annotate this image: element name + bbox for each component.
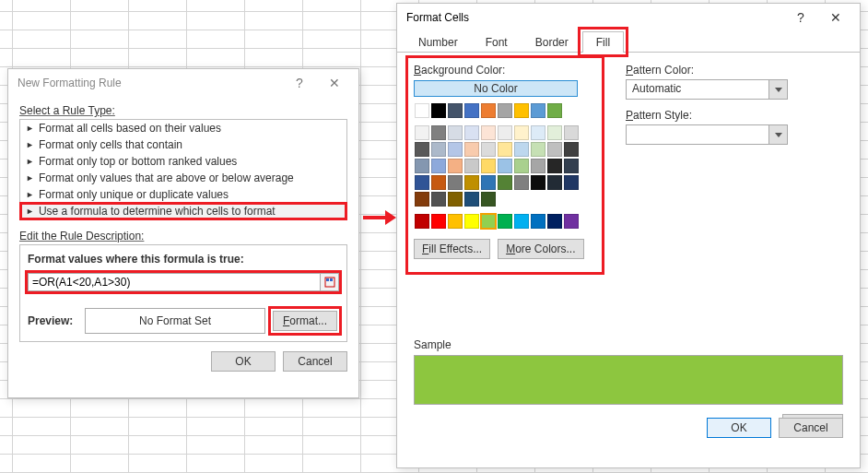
color-swatch[interactable] bbox=[531, 214, 545, 229]
color-swatch[interactable] bbox=[415, 103, 429, 118]
color-swatch[interactable] bbox=[464, 175, 479, 190]
cancel-button[interactable]: Cancel bbox=[779, 418, 843, 438]
bullet-icon: ► bbox=[26, 207, 34, 216]
color-swatch[interactable] bbox=[531, 125, 545, 140]
color-swatch[interactable] bbox=[547, 214, 562, 229]
rule-type-item[interactable]: ►Format only top or bottom ranked values bbox=[20, 153, 346, 170]
color-swatch[interactable] bbox=[531, 103, 545, 118]
tab-number[interactable]: Number bbox=[405, 31, 472, 53]
color-swatch[interactable] bbox=[464, 142, 479, 157]
color-swatch[interactable] bbox=[531, 142, 545, 157]
color-swatch[interactable] bbox=[431, 159, 446, 173]
color-swatch[interactable] bbox=[415, 175, 429, 190]
rule-type-item-formula[interactable]: ►Use a formula to determine which cells … bbox=[20, 203, 346, 219]
bullet-icon: ► bbox=[26, 157, 34, 166]
color-swatch[interactable] bbox=[448, 159, 463, 173]
color-swatch[interactable] bbox=[448, 103, 463, 118]
tab-fill[interactable]: Fill bbox=[582, 31, 624, 53]
rule-type-item[interactable]: ►Format only unique or duplicate values bbox=[20, 186, 346, 203]
formula-input[interactable] bbox=[28, 273, 321, 291]
color-swatch[interactable] bbox=[498, 125, 512, 140]
tab-bar: Number Font Border Fill bbox=[397, 31, 860, 53]
color-swatch[interactable] bbox=[547, 175, 562, 190]
close-icon[interactable]: ✕ bbox=[815, 5, 856, 30]
color-swatch[interactable] bbox=[547, 159, 562, 173]
cancel-button[interactable]: Cancel bbox=[283, 351, 347, 372]
color-swatch[interactable] bbox=[498, 142, 512, 157]
color-swatch[interactable] bbox=[498, 214, 512, 229]
color-swatch[interactable] bbox=[431, 125, 446, 140]
bullet-icon: ► bbox=[26, 124, 34, 133]
new-formatting-rule-dialog: New Formatting Rule ? ✕ Select a Rule Ty… bbox=[7, 68, 359, 398]
color-swatch[interactable] bbox=[514, 159, 529, 173]
no-color-button[interactable]: No Color bbox=[414, 80, 578, 97]
tab-font[interactable]: Font bbox=[472, 31, 522, 53]
color-swatch[interactable] bbox=[498, 175, 512, 190]
help-button[interactable]: ? bbox=[286, 70, 313, 96]
rule-type-item[interactable]: ►Format only cells that contain bbox=[20, 136, 346, 153]
color-swatch[interactable] bbox=[481, 103, 496, 118]
format-button[interactable]: Format... bbox=[273, 311, 337, 331]
color-swatch[interactable] bbox=[514, 175, 529, 190]
color-swatch[interactable] bbox=[448, 214, 463, 229]
color-swatch[interactable] bbox=[415, 159, 429, 173]
color-swatch[interactable] bbox=[431, 192, 446, 207]
ok-button[interactable]: OK bbox=[211, 351, 276, 372]
color-swatch[interactable] bbox=[564, 142, 579, 157]
color-swatch[interactable] bbox=[564, 175, 579, 190]
color-swatch[interactable] bbox=[448, 175, 463, 190]
ok-button[interactable]: OK bbox=[707, 418, 771, 438]
color-swatch[interactable] bbox=[514, 214, 529, 229]
color-swatch[interactable] bbox=[481, 192, 496, 207]
chevron-down-icon[interactable] bbox=[768, 125, 787, 144]
color-swatch[interactable] bbox=[514, 142, 529, 157]
color-swatch[interactable] bbox=[464, 192, 479, 207]
color-swatch[interactable] bbox=[498, 159, 512, 173]
color-swatch[interactable] bbox=[547, 125, 562, 140]
color-swatch[interactable] bbox=[431, 142, 446, 157]
select-rule-type-label: Select a Rule Type: bbox=[19, 104, 347, 117]
color-swatch[interactable] bbox=[564, 159, 579, 173]
color-swatch[interactable] bbox=[547, 142, 562, 157]
rule-type-item[interactable]: ►Format all cells based on their values bbox=[20, 120, 346, 136]
color-swatch[interactable] bbox=[564, 214, 579, 229]
color-swatch[interactable] bbox=[547, 103, 562, 118]
pattern-color-combo[interactable]: Automatic bbox=[626, 79, 788, 100]
close-icon[interactable]: ✕ bbox=[313, 70, 355, 96]
fill-effects-button[interactable]: Fill Effects... bbox=[414, 239, 490, 259]
color-swatch[interactable] bbox=[431, 103, 446, 118]
range-selector-icon[interactable] bbox=[321, 273, 339, 291]
color-swatch[interactable] bbox=[415, 192, 429, 207]
color-swatch[interactable] bbox=[481, 125, 496, 140]
color-swatch[interactable] bbox=[514, 103, 529, 118]
color-swatch[interactable] bbox=[481, 214, 496, 229]
color-swatch[interactable] bbox=[481, 159, 496, 173]
chevron-down-icon[interactable] bbox=[768, 80, 787, 99]
color-swatch[interactable] bbox=[531, 159, 545, 173]
color-swatch[interactable] bbox=[415, 125, 429, 140]
color-swatch[interactable] bbox=[498, 103, 512, 118]
help-button[interactable]: ? bbox=[787, 5, 815, 30]
color-swatch[interactable] bbox=[431, 214, 446, 229]
color-swatch[interactable] bbox=[415, 214, 429, 229]
color-swatch[interactable] bbox=[431, 175, 446, 190]
tab-border[interactable]: Border bbox=[522, 31, 582, 53]
color-swatch[interactable] bbox=[464, 214, 479, 229]
color-swatch[interactable] bbox=[448, 192, 463, 207]
color-swatch[interactable] bbox=[531, 175, 545, 190]
more-colors-button[interactable]: More Colors... bbox=[498, 239, 583, 259]
color-swatch[interactable] bbox=[481, 142, 496, 157]
pattern-color-value: Automatic bbox=[627, 80, 768, 99]
color-swatch[interactable] bbox=[514, 125, 529, 140]
color-swatch[interactable] bbox=[464, 159, 479, 173]
color-swatch[interactable] bbox=[448, 125, 463, 140]
color-swatch[interactable] bbox=[448, 142, 463, 157]
color-swatch[interactable] bbox=[415, 142, 429, 157]
color-swatch[interactable] bbox=[564, 125, 579, 140]
color-swatch[interactable] bbox=[481, 175, 496, 190]
color-swatch[interactable] bbox=[464, 103, 479, 118]
rule-type-item[interactable]: ►Format only values that are above or be… bbox=[20, 170, 346, 186]
pattern-style-combo[interactable] bbox=[626, 124, 788, 145]
bullet-icon: ► bbox=[26, 190, 34, 199]
color-swatch[interactable] bbox=[464, 125, 479, 140]
